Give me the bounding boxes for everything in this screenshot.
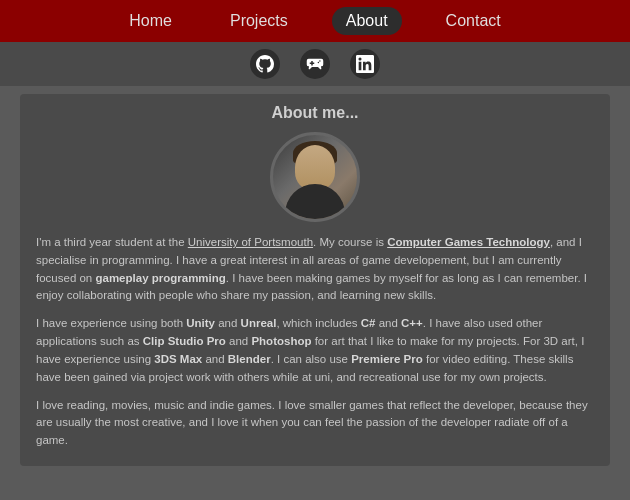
about-content: About me... I'm a third year student at … (20, 94, 610, 466)
page-title: About me... (36, 104, 594, 122)
linkedin-icon[interactable] (350, 49, 380, 79)
course-name: Computer Games Technology (387, 236, 550, 248)
nav-home[interactable]: Home (115, 7, 186, 35)
avatar-body (285, 184, 345, 219)
app-premiere: Premiere Pro (351, 353, 423, 365)
app-photoshop: Photoshop (251, 335, 311, 347)
focus-area: gameplay programming (95, 272, 225, 284)
main-nav: Home Projects About Contact (0, 0, 630, 42)
social-bar (0, 42, 630, 86)
nav-contact[interactable]: Contact (432, 7, 515, 35)
bio-paragraph-3: I love reading, movies, music and indie … (36, 397, 594, 450)
nav-about[interactable]: About (332, 7, 402, 35)
about-text-block: I'm a third year student at the Universi… (36, 234, 594, 450)
app-3dsmax: 3DS Max (154, 353, 202, 365)
app-clipstudio: Clip Studio Pro (143, 335, 226, 347)
app-blender: Blender (228, 353, 271, 365)
github-icon[interactable] (250, 49, 280, 79)
engine-unreal: Unreal (241, 317, 277, 329)
gamepad-icon[interactable] (300, 49, 330, 79)
university-name: University of Portsmouth (188, 236, 313, 248)
bio-paragraph-1: I'm a third year student at the Universi… (36, 234, 594, 305)
avatar (270, 132, 360, 222)
bio-paragraph-2: I have experience using both Unity and U… (36, 315, 594, 386)
lang-cpp: C++ (401, 317, 423, 329)
engine-unity: Unity (186, 317, 215, 329)
profile-photo-section (36, 132, 594, 222)
nav-projects[interactable]: Projects (216, 7, 302, 35)
lang-csharp: C# (361, 317, 376, 329)
